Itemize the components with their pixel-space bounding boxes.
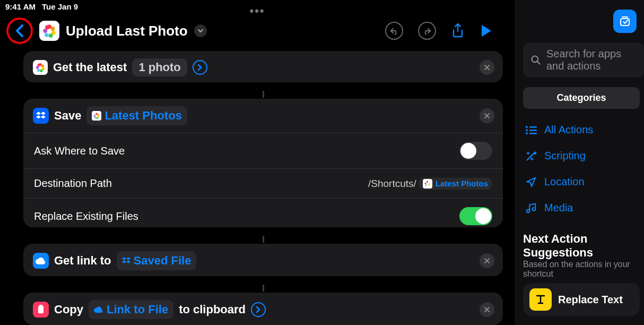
svg-point-16 xyxy=(425,183,427,184)
location-icon xyxy=(525,176,537,188)
clipboard-icon xyxy=(33,302,49,318)
action-copy-clipboard[interactable]: Copy Link to File to clipboard xyxy=(23,293,503,325)
title-menu-button[interactable] xyxy=(194,24,207,37)
input-token-link-to-file[interactable]: Link to File xyxy=(89,300,173,319)
text-icon xyxy=(529,288,552,311)
svg-point-5 xyxy=(36,66,39,69)
svg-point-11 xyxy=(94,117,97,119)
svg-rect-22 xyxy=(529,126,537,128)
search-input[interactable]: Search for apps and actions xyxy=(523,42,644,78)
svg-point-14 xyxy=(428,184,430,185)
status-date: Tue Jan 9 xyxy=(42,2,78,11)
photos-app-icon xyxy=(92,111,101,121)
toggle-ask-where[interactable] xyxy=(459,142,492,160)
svg-point-1 xyxy=(41,65,44,67)
param-destination-path[interactable]: Destination Path /Shortcuts/ Latest Phot… xyxy=(23,168,503,198)
delete-action-button[interactable] xyxy=(480,108,494,123)
param-label: Ask Where to Save xyxy=(34,145,125,157)
action-text: Get link to xyxy=(54,254,111,268)
delete-action-button[interactable] xyxy=(480,302,494,317)
param-ask-where-to-save: Ask Where to Save xyxy=(23,133,503,168)
delete-action-button[interactable] xyxy=(480,60,494,75)
svg-rect-19 xyxy=(621,19,629,25)
list-icon xyxy=(525,125,537,135)
dropbox-icon xyxy=(122,257,130,264)
svg-point-31 xyxy=(45,33,49,37)
token-label: Link to File xyxy=(107,303,168,317)
search-placeholder: Search for apps and actions xyxy=(546,48,637,72)
category-scripting[interactable]: Scripting xyxy=(523,144,644,167)
input-token-latest-photos[interactable]: Latest Photos xyxy=(86,106,187,125)
category-label: All Actions xyxy=(544,124,593,136)
svg-point-30 xyxy=(49,33,53,38)
category-label: Media xyxy=(544,202,573,214)
library-button[interactable] xyxy=(613,10,637,33)
category-label: Scripting xyxy=(544,150,586,162)
chevron-right-icon[interactable] xyxy=(251,302,266,317)
svg-point-28 xyxy=(51,27,55,31)
shortcut-title[interactable]: Upload Last Photo xyxy=(66,23,188,39)
token-label: Latest Photos xyxy=(436,179,488,188)
svg-rect-26 xyxy=(529,133,537,134)
svg-point-23 xyxy=(526,129,528,131)
undo-button[interactable] xyxy=(385,22,403,40)
share-button[interactable] xyxy=(451,23,465,39)
path-token[interactable]: Latest Photos xyxy=(419,178,492,190)
svg-point-10 xyxy=(97,117,99,119)
photos-app-icon xyxy=(423,179,432,189)
svg-point-4 xyxy=(37,69,40,72)
overflow-icon[interactable]: ••• xyxy=(249,4,265,18)
svg-rect-24 xyxy=(529,130,537,131)
param-replace-existing: Replace Existing Files xyxy=(23,198,503,227)
suggestion-label: Replace Text xyxy=(558,294,623,306)
svg-point-3 xyxy=(40,70,42,72)
category-label: Location xyxy=(544,176,585,188)
connector xyxy=(23,236,503,243)
delete-action-button[interactable] xyxy=(480,253,494,268)
action-suffix: to clipboard xyxy=(179,303,246,317)
input-token-saved-file[interactable]: Saved File xyxy=(117,251,197,270)
connector xyxy=(23,285,503,292)
photos-app-icon xyxy=(39,21,59,41)
action-verb: Copy xyxy=(54,303,83,317)
action-get-latest-photos[interactable]: Get the latest 1 photo xyxy=(23,51,503,82)
svg-point-8 xyxy=(98,114,100,116)
connector xyxy=(23,91,503,98)
svg-point-12 xyxy=(94,115,96,117)
music-icon xyxy=(525,202,537,214)
action-save-dropbox[interactable]: Save Latest Photos Ask Where to Save Des… xyxy=(23,99,503,227)
suggestion-replace-text[interactable]: Replace Text xyxy=(523,283,640,316)
svg-point-6 xyxy=(38,64,40,66)
search-icon xyxy=(530,55,541,65)
svg-point-7 xyxy=(96,113,98,115)
category-location[interactable]: Location xyxy=(523,170,644,193)
token-label: Latest Photos xyxy=(105,109,181,123)
segment-categories[interactable]: Categories xyxy=(523,87,640,109)
chevron-right-icon[interactable] xyxy=(193,60,207,75)
category-all-actions[interactable]: All Actions xyxy=(523,118,644,141)
run-button[interactable] xyxy=(480,24,492,38)
param-label: Destination Path xyxy=(34,177,112,190)
suggestions-title: Next Action Suggestions xyxy=(523,232,644,260)
action-get-link[interactable]: Get link to Saved File xyxy=(23,244,503,276)
icloud-icon xyxy=(33,253,49,269)
svg-point-33 xyxy=(45,25,49,30)
status-time: 9:41 AM xyxy=(5,2,36,11)
svg-point-25 xyxy=(526,132,528,134)
svg-point-21 xyxy=(526,126,528,128)
category-media[interactable]: Media xyxy=(523,196,644,219)
back-button[interactable] xyxy=(6,18,33,44)
param-label: Replace Existing Files xyxy=(34,210,138,223)
action-text: Get the latest xyxy=(53,61,127,74)
svg-rect-17 xyxy=(38,306,43,313)
toggle-replace-existing[interactable] xyxy=(459,207,492,225)
path-prefix: /Shortcuts/ xyxy=(368,178,416,190)
suggestions-subtitle: Based on the actions in your shortcut xyxy=(523,260,644,279)
photos-app-icon xyxy=(33,60,48,75)
svg-point-32 xyxy=(43,29,47,33)
param-photo-count[interactable]: 1 photo xyxy=(132,58,187,76)
svg-point-15 xyxy=(425,184,427,186)
svg-point-13 xyxy=(427,181,428,183)
dropbox-icon xyxy=(33,108,49,124)
redo-button[interactable] xyxy=(418,22,436,40)
